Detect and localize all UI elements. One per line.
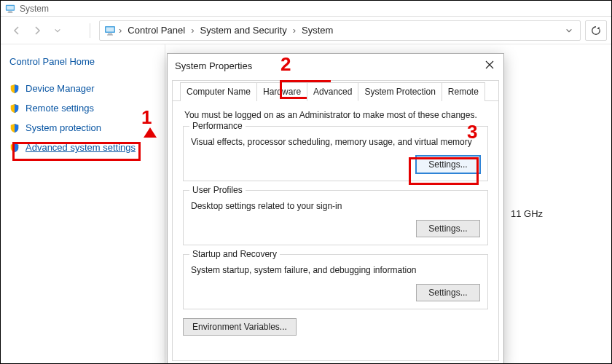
- breadcrumb-system-and-security[interactable]: System and Security: [197, 23, 289, 37]
- window-title: System: [20, 4, 49, 14]
- address-dropdown-button[interactable]: [562, 27, 576, 34]
- group-legend: User Profiles: [189, 185, 246, 195]
- chevron-right-icon: ›: [117, 25, 123, 36]
- startup-settings-button[interactable]: Settings...: [416, 284, 480, 301]
- sidebar-link-label: System protection: [26, 122, 101, 133]
- shield-icon: [9, 84, 20, 94]
- shield-icon: [9, 143, 20, 153]
- shield-icon: [9, 123, 20, 133]
- dialog-close-button[interactable]: [484, 60, 496, 71]
- breadcrumb-control-panel[interactable]: Control Panel: [125, 23, 188, 37]
- tab-advanced[interactable]: Advanced: [307, 82, 358, 101]
- svg-rect-1: [7, 6, 14, 9]
- navigation-bar: › Control Panel › System and Security › …: [1, 17, 611, 44]
- performance-settings-button[interactable]: Settings...: [416, 156, 480, 173]
- sidebar-link-device-manager[interactable]: Device Manager: [9, 83, 156, 94]
- nav-forward-button[interactable]: [31, 25, 43, 36]
- tab-computer-name[interactable]: Computer Name: [180, 82, 257, 101]
- system-icon: [5, 4, 15, 14]
- group-description: Desktop settings related to your sign-in: [191, 201, 480, 211]
- chevron-right-icon: ›: [189, 25, 195, 36]
- group-description: System startup, system failure, and debu…: [191, 265, 480, 275]
- sidebar-link-label: Advanced system settings: [26, 142, 136, 153]
- group-description: Visual effects, processor scheduling, me…: [191, 137, 480, 147]
- breadcrumb-system[interactable]: System: [299, 23, 336, 37]
- sidebar-link-remote-settings[interactable]: Remote settings: [9, 103, 156, 114]
- svg-rect-5: [106, 27, 114, 31]
- control-panel-sidebar: Control Panel Home Device Manager Remote…: [1, 44, 165, 364]
- tab-system-protection[interactable]: System Protection: [358, 82, 442, 101]
- sidebar-link-system-protection[interactable]: System protection: [9, 122, 156, 133]
- address-bar[interactable]: › Control Panel › System and Security › …: [99, 20, 581, 41]
- nav-recent-dropdown[interactable]: [52, 25, 63, 36]
- user-profiles-settings-button[interactable]: Settings...: [416, 220, 480, 237]
- svg-rect-3: [8, 12, 13, 12]
- window-titlebar: System: [1, 1, 611, 17]
- group-startup-recovery: Startup and Recovery System startup, sys…: [183, 254, 488, 309]
- dialog-titlebar: System Properties: [168, 54, 503, 77]
- nav-back-button[interactable]: [11, 25, 23, 36]
- group-performance: Performance Visual effects, processor sc…: [183, 126, 488, 181]
- tab-hardware[interactable]: Hardware: [256, 82, 307, 101]
- dialog-title: System Properties: [175, 60, 252, 71]
- sidebar-link-advanced-system-settings[interactable]: Advanced system settings: [9, 142, 156, 153]
- svg-rect-2: [8, 11, 12, 12]
- sidebar-link-label: Device Manager: [26, 83, 95, 94]
- pc-icon: [104, 25, 116, 36]
- tab-remote[interactable]: Remote: [442, 82, 485, 101]
- group-user-profiles: User Profiles Desktop settings related t…: [183, 190, 488, 245]
- admin-note-text: You must be logged on as an Administrato…: [184, 110, 487, 120]
- group-legend: Performance: [189, 121, 246, 131]
- sidebar-link-label: Remote settings: [26, 103, 94, 114]
- group-legend: Startup and Recovery: [189, 249, 280, 259]
- control-panel-home-link[interactable]: Control Panel Home: [9, 56, 156, 67]
- environment-variables-button[interactable]: Environment Variables...: [183, 318, 297, 336]
- svg-rect-7: [107, 34, 113, 35]
- refresh-button[interactable]: [585, 20, 607, 41]
- chevron-right-icon: ›: [291, 25, 297, 36]
- shield-icon: [9, 103, 20, 114]
- clock-speed-value: 11 GHz: [511, 208, 543, 219]
- svg-rect-6: [108, 33, 112, 35]
- system-properties-dialog: System Properties Computer Name Hardware…: [167, 53, 504, 364]
